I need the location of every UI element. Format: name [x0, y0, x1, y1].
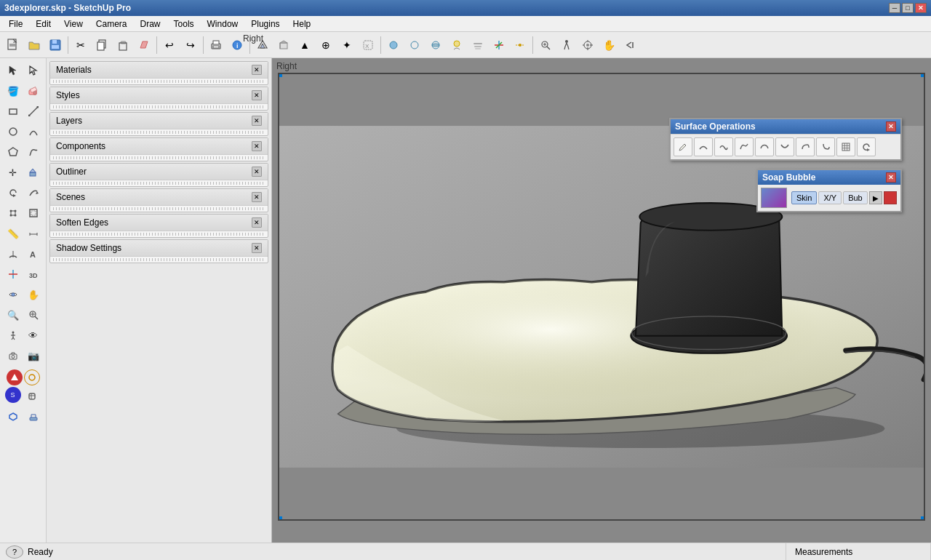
panel-materials-close[interactable]: ✕: [252, 65, 262, 75]
circle-tool[interactable]: [4, 122, 23, 141]
paint-bucket-tool[interactable]: 🪣: [4, 81, 23, 100]
menu-draw[interactable]: Draw: [135, 17, 167, 31]
solid-mode-button[interactable]: [383, 35, 404, 55]
orbit-tool[interactable]: [4, 285, 23, 304]
menu-file[interactable]: File: [3, 17, 28, 31]
soap-bubble-play[interactable]: ▶: [869, 191, 882, 204]
advanced-camera-tool[interactable]: 📷: [24, 346, 43, 365]
menu-help[interactable]: Help: [287, 17, 317, 31]
rotate-tool[interactable]: [4, 183, 23, 202]
freehand-tool[interactable]: [24, 143, 43, 161]
walk-button[interactable]: [556, 35, 577, 55]
resize-handle-tl[interactable]: [278, 73, 282, 77]
soap-bubble-close[interactable]: ✕: [886, 172, 896, 183]
zoom-window-button[interactable]: [535, 35, 556, 55]
sop-arc2[interactable]: [714, 137, 733, 156]
walkthrough-tool[interactable]: [4, 326, 23, 345]
top-view-button[interactable]: ▲: [295, 35, 315, 55]
section-cut-button[interactable]: ⊕: [316, 35, 336, 55]
menu-tools[interactable]: Tools: [168, 17, 200, 31]
select-tool[interactable]: [4, 61, 23, 80]
menu-camera[interactable]: Camera: [90, 17, 133, 31]
panel-styles-header[interactable]: Styles ✕: [50, 87, 268, 104]
plugin-tool-5[interactable]: [4, 407, 23, 426]
follow-me-tool[interactable]: [24, 183, 43, 202]
panel-layers-close[interactable]: ✕: [252, 116, 262, 126]
pan-view-tool[interactable]: ✋: [24, 285, 43, 304]
component-select-tool[interactable]: [24, 61, 43, 80]
paste-button[interactable]: [113, 35, 133, 55]
polygon-tool[interactable]: [4, 143, 23, 161]
panel-shadow-settings-header[interactable]: Shadow Settings ✕: [50, 240, 268, 257]
menu-view[interactable]: View: [58, 17, 89, 31]
surface-ops-close[interactable]: ✕: [886, 121, 896, 132]
redo-button[interactable]: ↪: [180, 35, 201, 55]
sop-refresh[interactable]: [857, 137, 876, 156]
sop-grid[interactable]: [836, 137, 855, 156]
soap-bubble-stop[interactable]: [884, 191, 897, 204]
look-around-tool2[interactable]: 👁: [24, 326, 43, 345]
soap-bubble-header[interactable]: Soap Bubble ✕: [758, 170, 900, 185]
shadow-button[interactable]: [447, 35, 467, 55]
soap-bubble-xy-tab[interactable]: X/Y: [818, 191, 842, 204]
soap-bubble-bub-tab[interactable]: Bub: [843, 191, 868, 204]
panel-layers-header[interactable]: Layers ✕: [50, 113, 268, 129]
cut-button[interactable]: ✂: [71, 35, 91, 55]
resize-handle-tr[interactable]: [921, 73, 925, 77]
dimension-tool[interactable]: [24, 224, 43, 243]
copy-button[interactable]: [92, 35, 112, 55]
protractor-tool[interactable]: [4, 244, 23, 263]
3d-text-tool[interactable]: 3D: [24, 265, 43, 284]
axes-tool[interactable]: [4, 265, 23, 284]
maximize-button[interactable]: □: [902, 3, 914, 13]
panel-scenes-header[interactable]: Scenes ✕: [50, 189, 268, 206]
panel-outliner-close[interactable]: ✕: [252, 167, 262, 177]
surface-operations-header[interactable]: Surface Operations ✕: [671, 119, 900, 134]
delete-button[interactable]: [134, 35, 154, 55]
iso-button[interactable]: [273, 35, 294, 55]
panel-outliner-header[interactable]: Outliner ✕: [50, 164, 268, 180]
menu-plugins[interactable]: Plugins: [245, 17, 285, 31]
text-tool[interactable]: A: [24, 244, 43, 263]
zoom-tool[interactable]: 🔍: [4, 305, 23, 324]
plugin-tool-4[interactable]: [23, 387, 41, 406]
plugin-tool-1[interactable]: [7, 369, 23, 385]
texture-mode-button[interactable]: [404, 35, 425, 55]
guide-button[interactable]: [510, 35, 530, 55]
minimize-button[interactable]: ─: [889, 3, 900, 13]
look-around-button[interactable]: [578, 35, 598, 55]
rectangle-tool[interactable]: [4, 102, 23, 121]
wireframe-button[interactable]: [425, 35, 446, 55]
panel-components-close[interactable]: ✕: [252, 141, 262, 151]
undo-button[interactable]: ↩: [159, 35, 180, 55]
tape-tool[interactable]: 📏: [4, 224, 23, 243]
eraser-tool[interactable]: [24, 81, 43, 100]
sop-arc7[interactable]: [816, 137, 835, 156]
panel-styles-close[interactable]: ✕: [252, 90, 262, 100]
panel-components-header[interactable]: Components ✕: [50, 138, 268, 155]
arc-tool[interactable]: [24, 122, 43, 141]
new-button[interactable]: [3, 35, 23, 55]
sop-arc4[interactable]: [755, 137, 774, 156]
panel-soften-edges-header[interactable]: Soften Edges ✕: [50, 215, 268, 231]
sop-pencil[interactable]: [674, 137, 692, 156]
open-button[interactable]: [24, 35, 44, 55]
panel-shadow-settings-close[interactable]: ✕: [252, 243, 262, 253]
move-tool[interactable]: ✛: [4, 163, 23, 182]
menu-edit[interactable]: Edit: [30, 17, 57, 31]
component-axis-button[interactable]: [489, 35, 509, 55]
panel-soften-edges-close[interactable]: ✕: [252, 217, 262, 228]
sop-arc1[interactable]: [694, 137, 713, 156]
push-pull-tool[interactable]: [24, 163, 43, 182]
plugin-tool-2[interactable]: [24, 369, 40, 385]
line-tool[interactable]: [24, 102, 43, 121]
section-fill-button[interactable]: ✦: [337, 35, 357, 55]
previous-view-button[interactable]: [620, 35, 640, 55]
sop-arc3[interactable]: [735, 137, 754, 156]
scale-tool[interactable]: [4, 204, 23, 223]
position-camera-tool[interactable]: [4, 346, 23, 365]
viewport[interactable]: Right: [272, 58, 931, 543]
print-button[interactable]: [206, 35, 226, 55]
panel-materials-header[interactable]: Materials ✕: [50, 62, 268, 79]
zoom-extents-tool[interactable]: [24, 305, 43, 324]
